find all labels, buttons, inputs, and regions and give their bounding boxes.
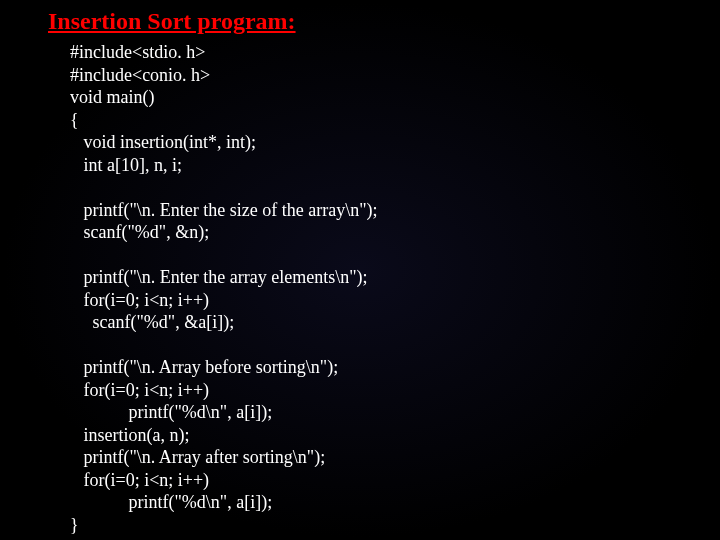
slide-title: Insertion Sort program: bbox=[48, 8, 720, 35]
code-block: #include<stdio. h> #include<conio. h> vo… bbox=[48, 41, 720, 536]
slide: Insertion Sort program: #include<stdio. … bbox=[0, 0, 720, 536]
